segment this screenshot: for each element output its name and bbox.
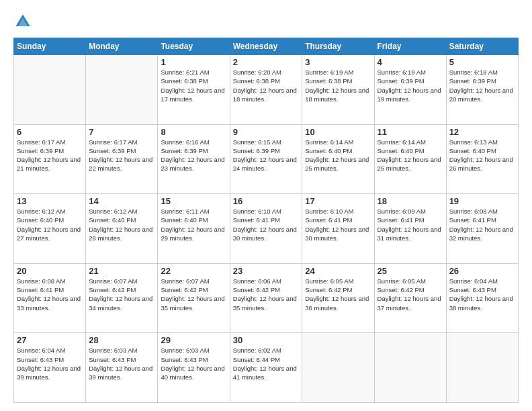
day-number: 30 (233, 335, 300, 345)
day-number: 28 (89, 335, 154, 345)
calendar-cell: 5Sunrise: 6:18 AMSunset: 6:39 PMDaylight… (446, 55, 518, 125)
day-number: 6 (17, 127, 83, 137)
calendar-cell: 16Sunrise: 6:10 AMSunset: 6:41 PMDayligh… (230, 194, 302, 264)
day-header-sunday: Sunday (14, 38, 86, 55)
week-row-2: 6Sunrise: 6:17 AMSunset: 6:39 PMDaylight… (14, 124, 519, 194)
day-info: Sunrise: 6:09 AMSunset: 6:41 PMDaylight:… (378, 207, 443, 242)
logo (13, 12, 35, 31)
day-info: Sunrise: 6:04 AMSunset: 6:43 PMDaylight:… (17, 346, 83, 381)
calendar-table: SundayMondayTuesdayWednesdayThursdayFrid… (13, 38, 519, 403)
calendar-cell: 19Sunrise: 6:08 AMSunset: 6:41 PMDayligh… (446, 194, 518, 264)
day-number: 2 (233, 57, 300, 67)
day-info: Sunrise: 6:13 AMSunset: 6:40 PMDaylight:… (449, 138, 515, 173)
day-info: Sunrise: 6:08 AMSunset: 6:41 PMDaylight:… (449, 207, 515, 242)
day-info: Sunrise: 6:12 AMSunset: 6:40 PMDaylight:… (17, 207, 83, 242)
calendar-cell: 22Sunrise: 6:07 AMSunset: 6:42 PMDayligh… (158, 263, 230, 333)
calendar-cell: 17Sunrise: 6:10 AMSunset: 6:41 PMDayligh… (302, 194, 374, 264)
day-info: Sunrise: 6:18 AMSunset: 6:39 PMDaylight:… (449, 68, 515, 103)
day-info: Sunrise: 6:10 AMSunset: 6:41 PMDaylight:… (305, 207, 371, 242)
calendar-cell: 21Sunrise: 6:07 AMSunset: 6:42 PMDayligh… (86, 263, 158, 333)
day-info: Sunrise: 6:03 AMSunset: 6:43 PMDaylight:… (161, 346, 226, 381)
calendar-cell: 1Sunrise: 6:21 AMSunset: 6:38 PMDaylight… (158, 55, 230, 125)
day-info: Sunrise: 6:19 AMSunset: 6:39 PMDaylight:… (378, 68, 443, 103)
header-row: SundayMondayTuesdayWednesdayThursdayFrid… (14, 38, 519, 55)
calendar-cell: 30Sunrise: 6:02 AMSunset: 6:44 PMDayligh… (230, 333, 302, 403)
calendar-cell: 20Sunrise: 6:08 AMSunset: 6:41 PMDayligh… (14, 263, 86, 333)
day-number: 8 (161, 127, 226, 137)
header (13, 12, 519, 31)
day-info: Sunrise: 6:05 AMSunset: 6:42 PMDaylight:… (305, 277, 371, 312)
day-number: 17 (305, 196, 371, 206)
day-number: 5 (449, 57, 515, 67)
calendar-cell: 7Sunrise: 6:17 AMSunset: 6:39 PMDaylight… (86, 124, 158, 194)
day-info: Sunrise: 6:02 AMSunset: 6:44 PMDaylight:… (233, 346, 300, 381)
day-info: Sunrise: 6:04 AMSunset: 6:43 PMDaylight:… (449, 277, 515, 312)
week-row-5: 27Sunrise: 6:04 AMSunset: 6:43 PMDayligh… (14, 333, 519, 403)
day-info: Sunrise: 6:15 AMSunset: 6:39 PMDaylight:… (233, 138, 300, 173)
calendar-page: SundayMondayTuesdayWednesdayThursdayFrid… (0, 0, 532, 411)
calendar-cell: 3Sunrise: 6:19 AMSunset: 6:38 PMDaylight… (302, 55, 374, 125)
logo-icon (13, 12, 32, 31)
day-number: 23 (233, 266, 300, 276)
day-info: Sunrise: 6:20 AMSunset: 6:38 PMDaylight:… (233, 68, 300, 103)
day-info: Sunrise: 6:16 AMSunset: 6:39 PMDaylight:… (161, 138, 226, 173)
calendar-cell: 10Sunrise: 6:14 AMSunset: 6:40 PMDayligh… (302, 124, 374, 194)
calendar-cell: 27Sunrise: 6:04 AMSunset: 6:43 PMDayligh… (14, 333, 86, 403)
day-number: 29 (161, 335, 226, 345)
calendar-cell: 11Sunrise: 6:14 AMSunset: 6:40 PMDayligh… (374, 124, 446, 194)
calendar-cell: 6Sunrise: 6:17 AMSunset: 6:39 PMDaylight… (14, 124, 86, 194)
day-number: 20 (17, 266, 83, 276)
day-info: Sunrise: 6:11 AMSunset: 6:40 PMDaylight:… (161, 207, 226, 242)
day-number: 12 (449, 127, 515, 137)
calendar-cell (446, 333, 518, 403)
calendar-cell (374, 333, 446, 403)
day-number: 7 (89, 127, 154, 137)
day-header-wednesday: Wednesday (230, 38, 302, 55)
day-number: 24 (305, 266, 371, 276)
calendar-cell (14, 55, 86, 125)
day-number: 4 (378, 57, 443, 67)
day-header-tuesday: Tuesday (158, 38, 230, 55)
day-number: 11 (378, 127, 443, 137)
day-info: Sunrise: 6:10 AMSunset: 6:41 PMDaylight:… (233, 207, 300, 242)
calendar-cell: 15Sunrise: 6:11 AMSunset: 6:40 PMDayligh… (158, 194, 230, 264)
day-info: Sunrise: 6:12 AMSunset: 6:40 PMDaylight:… (89, 207, 154, 242)
calendar-cell: 13Sunrise: 6:12 AMSunset: 6:40 PMDayligh… (14, 194, 86, 264)
day-info: Sunrise: 6:07 AMSunset: 6:42 PMDaylight:… (89, 277, 154, 312)
day-info: Sunrise: 6:06 AMSunset: 6:42 PMDaylight:… (233, 277, 300, 312)
day-number: 21 (89, 266, 154, 276)
day-number: 25 (378, 266, 443, 276)
day-number: 9 (233, 127, 300, 137)
week-row-3: 13Sunrise: 6:12 AMSunset: 6:40 PMDayligh… (14, 194, 519, 264)
day-header-thursday: Thursday (302, 38, 374, 55)
day-number: 3 (305, 57, 371, 67)
calendar-cell (302, 333, 374, 403)
day-info: Sunrise: 6:19 AMSunset: 6:38 PMDaylight:… (305, 68, 371, 103)
day-info: Sunrise: 6:14 AMSunset: 6:40 PMDaylight:… (305, 138, 371, 173)
week-row-4: 20Sunrise: 6:08 AMSunset: 6:41 PMDayligh… (14, 263, 519, 333)
day-number: 16 (233, 196, 300, 206)
day-info: Sunrise: 6:05 AMSunset: 6:42 PMDaylight:… (378, 277, 443, 312)
day-number: 10 (305, 127, 371, 137)
calendar-cell: 25Sunrise: 6:05 AMSunset: 6:42 PMDayligh… (374, 263, 446, 333)
day-header-monday: Monday (86, 38, 158, 55)
day-info: Sunrise: 6:14 AMSunset: 6:40 PMDaylight:… (378, 138, 443, 173)
day-number: 22 (161, 266, 226, 276)
calendar-cell: 8Sunrise: 6:16 AMSunset: 6:39 PMDaylight… (158, 124, 230, 194)
calendar-cell: 28Sunrise: 6:03 AMSunset: 6:43 PMDayligh… (86, 333, 158, 403)
calendar-cell: 2Sunrise: 6:20 AMSunset: 6:38 PMDaylight… (230, 55, 302, 125)
calendar-cell (86, 55, 158, 125)
calendar-cell: 9Sunrise: 6:15 AMSunset: 6:39 PMDaylight… (230, 124, 302, 194)
day-number: 26 (449, 266, 515, 276)
day-number: 18 (378, 196, 443, 206)
day-number: 13 (17, 196, 83, 206)
day-header-friday: Friday (374, 38, 446, 55)
day-number: 14 (89, 196, 154, 206)
day-number: 19 (449, 196, 515, 206)
calendar-cell: 23Sunrise: 6:06 AMSunset: 6:42 PMDayligh… (230, 263, 302, 333)
day-info: Sunrise: 6:08 AMSunset: 6:41 PMDaylight:… (17, 277, 83, 312)
calendar-cell: 4Sunrise: 6:19 AMSunset: 6:39 PMDaylight… (374, 55, 446, 125)
day-number: 1 (161, 57, 226, 67)
calendar-cell: 29Sunrise: 6:03 AMSunset: 6:43 PMDayligh… (158, 333, 230, 403)
calendar-cell: 14Sunrise: 6:12 AMSunset: 6:40 PMDayligh… (86, 194, 158, 264)
